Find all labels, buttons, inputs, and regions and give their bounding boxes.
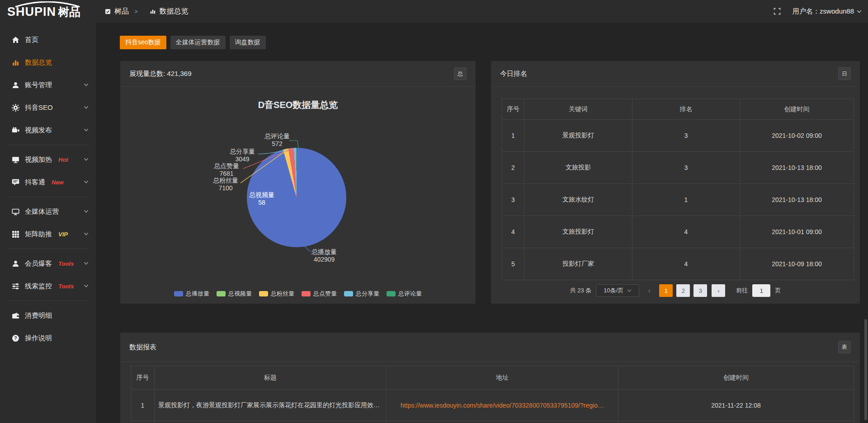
sidebar-item-label: 视频加热	[25, 155, 52, 164]
table-cell: 投影灯厂家	[524, 248, 632, 280]
breadcrumb-root[interactable]: 树品	[114, 7, 129, 16]
ranking-title: 今日排名	[500, 61, 527, 86]
sidebar-item-账号管理[interactable]: 账号管理	[0, 74, 96, 96]
wallet-icon	[12, 312, 19, 320]
sidebar-item-线索监控[interactable]: 线索监控Tools	[0, 275, 96, 297]
table-cell: 3	[632, 120, 740, 152]
table-cell: 2	[502, 152, 524, 184]
sidebar-item-label: 消费明细	[25, 311, 52, 320]
page-size-select[interactable]: 10条/页	[596, 284, 639, 297]
time-cell: 2021-11-22 12:08	[618, 390, 854, 421]
table-cell: 4	[502, 216, 524, 248]
badge-tools: Tools	[58, 283, 74, 290]
column-header: 标题	[155, 366, 387, 390]
ranking-mode-button[interactable]: 日	[838, 67, 851, 80]
goto-label: 前往	[736, 287, 748, 295]
tab-询盘数据[interactable]: 询盘数据	[230, 36, 266, 49]
table-row: 1景观投影灯，夜游景观投影灯厂家展示展示落花灯在花园里的灯光投影应用效果 #ht…	[131, 390, 854, 421]
table-cell: 文旅水纹灯	[524, 184, 632, 216]
table-cell: 4	[632, 248, 740, 280]
sidebar-item-label: 会员爆客	[25, 259, 52, 268]
sidebar-divider	[7, 249, 89, 249]
sidebar-item-label: 操作说明	[25, 334, 52, 343]
next-page-button[interactable]: ›	[712, 284, 725, 297]
page-buttons: 123	[659, 284, 707, 297]
sidebar-item-会员爆客[interactable]: 会员爆客Tools	[0, 252, 96, 275]
sidebar-item-抖音SEO[interactable]: 抖音SEO	[0, 96, 96, 119]
report-title: 数据报表	[129, 333, 156, 362]
badge-new: New	[52, 179, 64, 186]
report-panel-header: 数据报表 表	[120, 333, 860, 362]
page-button-1[interactable]: 1	[659, 284, 673, 297]
pie-label-likes: 总点赞量7681	[202, 162, 251, 178]
report-table: 序号标题地址创建时间1景观投影灯，夜游景观投影灯厂家展示展示落花灯在花园里的灯光…	[131, 366, 854, 423]
breadcrumb-current: 数据总览	[160, 7, 189, 16]
pie-label-shares: 总分享量3049	[217, 148, 267, 163]
table-cell: 2021-10-01 09:00	[740, 216, 854, 248]
table-cell: 1	[632, 184, 740, 216]
legend-swatch	[259, 291, 268, 296]
page-button-3[interactable]: 3	[693, 284, 707, 297]
sidebar-item-首页[interactable]: 首页	[0, 28, 96, 51]
chevron-down-icon	[84, 157, 89, 162]
fullscreen-icon[interactable]	[774, 8, 781, 15]
page-button-2[interactable]: 2	[676, 284, 690, 297]
topbar: SHUPIN树品 树品 > 数据总览 用户名：zswodun88	[0, 0, 868, 23]
table-cell: 2021-10-13 18:00	[740, 152, 854, 184]
sidebar-item-矩阵助推[interactable]: 矩阵助推VIP	[0, 223, 96, 245]
chevron-down-icon	[84, 105, 89, 110]
table-cell: 2021-10-09 18:00	[740, 248, 854, 280]
legend-swatch	[387, 291, 396, 296]
sidebar-item-视频发布[interactable]: 视频发布	[0, 119, 96, 141]
report-mode-button[interactable]: 表	[838, 341, 851, 353]
table-cell: 景观投影灯	[524, 120, 632, 152]
sidebar-item-视频加热[interactable]: 视频加热Hot	[0, 148, 96, 171]
tab-全媒体运营数据[interactable]: 全媒体运营数据	[170, 36, 226, 49]
sidebar-item-操作说明[interactable]: ?操作说明	[0, 327, 96, 349]
overview-panel-header: 展现量总数: 421,369 总	[120, 61, 476, 86]
legend-item-总视频量[interactable]: 总视频量	[217, 290, 252, 298]
divider	[120, 86, 476, 87]
pagination-total: 共 23 条	[570, 287, 592, 295]
pie-label-fans: 总粉丝量7100	[201, 177, 250, 192]
grid-icon	[12, 230, 19, 238]
breadcrumb: 树品 > 数据总览	[105, 0, 189, 23]
table-cell: 2021-10-02 09:00	[740, 120, 854, 152]
legend-item-总分享量[interactable]: 总分享量	[344, 290, 379, 298]
gear-icon	[12, 104, 19, 112]
monitor-icon	[12, 208, 19, 216]
question-icon: ?	[12, 334, 19, 342]
table-cell: 4	[632, 216, 740, 248]
sidebar-item-数据总览[interactable]: 数据总览	[0, 51, 96, 74]
bar-chart-icon	[150, 8, 156, 14]
prev-page-button[interactable]: ‹	[644, 284, 655, 297]
sidebar-item-全媒体运营[interactable]: 全媒体运营	[0, 200, 96, 223]
scrollbar-thumb[interactable]	[864, 319, 867, 420]
video-url-link[interactable]: https://www.iesdouyin.com/share/video/70…	[387, 390, 618, 421]
table-cell: 3	[502, 184, 524, 216]
chart-title: D音SEO数据量总览	[120, 99, 476, 111]
legend-item-总播放量[interactable]: 总播放量	[174, 290, 209, 298]
report-panel: 数据报表 表 序号标题地址创建时间1景观投影灯，夜游景观投影灯厂家展示展示落花灯…	[120, 333, 860, 423]
legend-item-总评论量[interactable]: 总评论量	[387, 290, 422, 298]
chevron-down-icon	[84, 82, 89, 87]
goto-page-input[interactable]	[752, 284, 770, 297]
column-header: 序号	[131, 366, 155, 390]
tab-抖音seo数据[interactable]: 抖音seo数据	[120, 36, 166, 49]
sidebar-item-抖客通[interactable]: 抖客通New	[0, 171, 96, 193]
sidebar-item-label: 账号管理	[25, 81, 52, 89]
legend-item-总点赞量[interactable]: 总点赞量	[302, 290, 337, 298]
overview-mode-button[interactable]: 总	[454, 67, 467, 80]
video-icon	[12, 127, 19, 134]
username-label: 用户名：zswodun88	[793, 7, 854, 16]
heat-icon	[12, 156, 19, 164]
sidebar-item-消费明细[interactable]: 消费明细	[0, 304, 96, 327]
user-icon	[12, 81, 19, 89]
legend-item-总粉丝量[interactable]: 总粉丝量	[259, 290, 294, 298]
sidebar-item-label: 视频发布	[25, 126, 52, 135]
chevron-down-icon	[84, 179, 89, 184]
sidebar-item-label: 抖客通	[25, 178, 45, 187]
table-row: 5投影灯厂家42021-10-09 18:00	[502, 248, 854, 280]
user-menu[interactable]: 用户名：zswodun88	[793, 7, 862, 16]
chevron-down-icon	[84, 127, 89, 132]
